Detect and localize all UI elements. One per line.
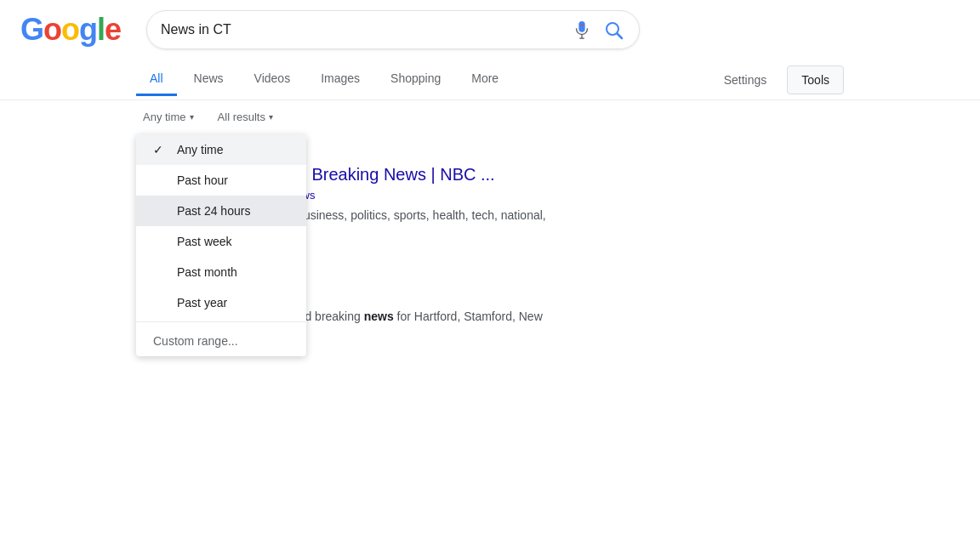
tab-videos[interactable]: Videos (241, 63, 305, 96)
search-input[interactable] (161, 22, 573, 37)
logo-e: e (105, 12, 121, 48)
header: Google (0, 0, 980, 60)
dropdown-item-past-hour[interactable]: Past hour (136, 165, 306, 196)
settings-button[interactable]: Settings (710, 66, 781, 94)
dropdown-item-past-week[interactable]: Past week (136, 226, 306, 257)
logo-g: G (20, 12, 43, 48)
dropdown-past-hour-label: Past hour (177, 173, 228, 187)
dropdown-item-custom-range[interactable]: Custom range... (136, 326, 306, 356)
dropdown-any-time-label: Any time (177, 143, 223, 156)
logo-o2: o (61, 12, 79, 48)
any-time-filter[interactable]: Any time ▾ (136, 107, 201, 127)
dropdown-custom-label: Custom range... (153, 334, 238, 348)
any-time-label: Any time (143, 111, 186, 123)
dropdown-item-any-time[interactable]: ✓ Any time (136, 134, 306, 165)
search-bar[interactable] (146, 10, 640, 49)
search-icon (603, 20, 624, 40)
search-icons (573, 18, 625, 42)
dropdown-divider (136, 321, 306, 322)
snippet-bold-news3: news (364, 310, 394, 323)
search-button[interactable] (601, 18, 625, 42)
logo-o1: o (43, 12, 61, 48)
tab-news[interactable]: News (180, 63, 237, 96)
dropdown-past-24h-label: Past 24 hours (177, 204, 250, 218)
all-results-filter[interactable]: All results ▾ (211, 107, 280, 127)
dropdown-past-month-label: Past month (177, 265, 237, 279)
nav-right: Settings Tools (710, 65, 844, 94)
mic-icon[interactable] (573, 20, 591, 39)
dropdown-item-past-year[interactable]: Past year (136, 287, 306, 318)
all-results-label: All results (218, 111, 265, 123)
dropdown-item-past-month[interactable]: Past month (136, 257, 306, 287)
svg-rect-3 (580, 25, 584, 26)
tab-more[interactable]: More (458, 63, 512, 96)
logo-g2: g (79, 12, 97, 48)
all-results-arrow: ▾ (269, 112, 273, 122)
dropdown-past-year-label: Past year (177, 296, 227, 310)
svg-line-5 (618, 34, 623, 39)
tab-shopping[interactable]: Shopping (377, 63, 454, 96)
logo-l: l (97, 12, 105, 48)
tools-button[interactable]: Tools (787, 65, 844, 94)
dropdown-item-past-24-hours[interactable]: Past 24 hours (136, 196, 306, 226)
nav-tabs: All News Videos Images Shopping More Set… (0, 60, 980, 100)
any-time-arrow: ▾ (190, 112, 194, 122)
tools-bar: Any time ▾ All results ▾ ✓ Any time Past… (0, 100, 980, 133)
google-logo[interactable]: Google (20, 12, 121, 48)
tab-all[interactable]: All (136, 63, 177, 96)
dropdown-past-week-label: Past week (177, 235, 232, 248)
time-dropdown: ✓ Any time Past hour Past 24 hours Past … (136, 134, 306, 356)
tab-images[interactable]: Images (307, 63, 373, 96)
checkmark-icon: ✓ (153, 143, 168, 156)
